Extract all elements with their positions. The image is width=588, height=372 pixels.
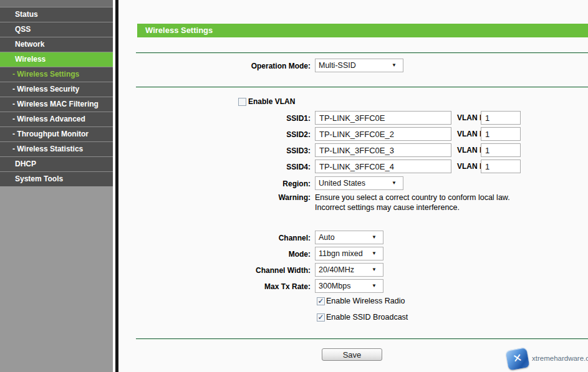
- separator-line: [136, 52, 588, 54]
- enable-vlan-checkbox[interactable]: [238, 98, 246, 106]
- main-content: Wireless Settings Operation Mode: Multi-…: [118, 0, 588, 372]
- chevron-down-icon: ▼: [392, 62, 397, 69]
- sidebar-item-wireless-settings[interactable]: - Wireless Settings: [0, 67, 113, 82]
- warning-line2: Incorrect settings may cause interferenc…: [315, 203, 460, 212]
- sidebar-item-network[interactable]: Network: [0, 37, 113, 52]
- sidebar-item-wireless[interactable]: Wireless: [0, 52, 113, 67]
- mode-label: Mode:: [118, 250, 311, 259]
- watermark-text: xtremehardware.com: [532, 355, 588, 362]
- channel-label: Channel:: [118, 234, 311, 242]
- chevron-down-icon: ▼: [372, 234, 377, 241]
- chevron-down-icon: ▼: [392, 180, 397, 186]
- sidebar: Status QSS Network Wireless - Wireless S…: [0, 0, 113, 372]
- sidebar-item-wireless-statistics[interactable]: - Wireless Statistics: [0, 141, 113, 156]
- warning-label: Warning:: [118, 193, 311, 202]
- max-tx-rate-select[interactable]: 300Mbps ▼: [315, 279, 383, 293]
- wireless-mode-select[interactable]: 11bgn mixed ▼: [315, 247, 383, 260]
- channel-value: Auto: [319, 233, 335, 242]
- checkmark-icon: ✓: [317, 313, 324, 322]
- region-label: Region:: [118, 179, 311, 188]
- ssid3-input[interactable]: [315, 143, 451, 157]
- enable-wireless-radio-checkbox[interactable]: ✓: [317, 297, 325, 305]
- warning-line1: Ensure you select a correct country to c…: [315, 193, 510, 202]
- xtremehardware-logo-icon: ✕: [505, 347, 529, 370]
- channel-width-select[interactable]: 20/40MHz ▼: [315, 263, 383, 277]
- separator-line: [136, 87, 588, 88]
- vlan-id2-input[interactable]: [481, 127, 521, 141]
- sidebar-item-wireless-advanced[interactable]: - Wireless Advanced: [0, 112, 113, 126]
- region-value: United States: [319, 179, 365, 188]
- channel-width-label: Channel Width:: [118, 266, 311, 275]
- sidebar-item-wireless-mac-filtering[interactable]: - Wireless MAC Filtering: [0, 97, 113, 112]
- sidebar-item-system-tools[interactable]: System Tools: [0, 171, 113, 186]
- ssid3-label: SSID3:: [118, 146, 311, 155]
- chevron-down-icon: ▼: [372, 267, 377, 273]
- sidebar-top-strip: [0, 0, 113, 7]
- chevron-down-icon: ▼: [372, 283, 377, 289]
- operation-mode-value: Multi-SSID: [319, 61, 356, 70]
- sidebar-menu: Status QSS Network Wireless - Wireless S…: [0, 7, 113, 186]
- ssid1-input[interactable]: [315, 111, 451, 125]
- sidebar-item-qss[interactable]: QSS: [0, 22, 113, 37]
- watermark: ✕ xtremehardware.com: [502, 346, 588, 371]
- operation-mode-select[interactable]: Multi-SSID ▼: [315, 59, 403, 72]
- sidebar-item-wireless-security[interactable]: - Wireless Security: [0, 82, 113, 97]
- enable-vlan-label: Enable VLAN: [248, 97, 295, 106]
- enable-ssid-broadcast-checkbox[interactable]: ✓: [317, 313, 325, 322]
- ssid2-label: SSID2:: [118, 130, 311, 139]
- sidebar-item-dhcp[interactable]: DHCP: [0, 156, 113, 171]
- ssid2-input[interactable]: [315, 127, 451, 141]
- vlan-id1-input[interactable]: [481, 111, 521, 125]
- operation-mode-label: Operation Mode:: [118, 62, 311, 70]
- enable-ssid-broadcast-label: Enable SSID Broadcast: [326, 313, 408, 322]
- ssid1-label: SSID1:: [118, 114, 311, 123]
- mode-value: 11bgn mixed: [319, 249, 363, 258]
- max-tx-rate-label: Max Tx Rate:: [118, 282, 311, 291]
- page-title: Wireless Settings: [137, 24, 588, 37]
- vlan-id4-input[interactable]: [481, 160, 521, 173]
- ssid4-input[interactable]: [315, 160, 451, 173]
- ssid4-label: SSID4:: [118, 163, 311, 171]
- separator-line: [136, 338, 588, 340]
- channel-width-value: 20/40MHz: [319, 265, 354, 274]
- sidebar-item-status[interactable]: Status: [0, 7, 113, 22]
- channel-select[interactable]: Auto ▼: [315, 231, 383, 244]
- chevron-down-icon: ▼: [372, 250, 377, 257]
- region-select[interactable]: United States ▼: [315, 176, 403, 190]
- enable-wireless-radio-label: Enable Wireless Radio: [326, 297, 405, 305]
- vlan-id3-input[interactable]: [481, 143, 521, 157]
- router-admin-page: Status QSS Network Wireless - Wireless S…: [0, 0, 588, 372]
- max-tx-rate-value: 300Mbps: [319, 282, 350, 290]
- save-button[interactable]: Save: [322, 348, 382, 361]
- checkmark-icon: ✓: [317, 297, 324, 305]
- sidebar-item-throughput-monitor[interactable]: - Throughput Monitor: [0, 126, 113, 141]
